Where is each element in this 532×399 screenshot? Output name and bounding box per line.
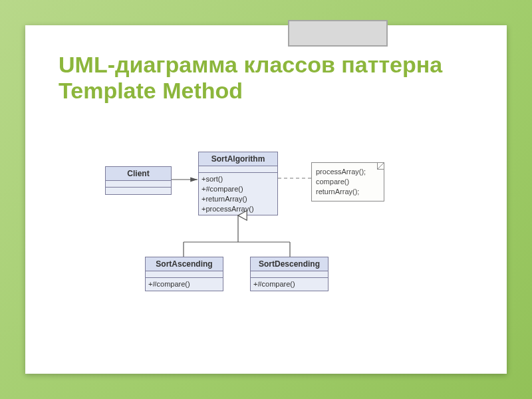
class-client-name: Client [106, 167, 171, 181]
class-client: Client [105, 166, 172, 195]
class-sort-algorithm-name: SortAlgorithm [199, 152, 277, 166]
op: +sort() [201, 174, 275, 184]
op: +processArray() [201, 204, 275, 214]
op: +#compare() [148, 279, 220, 289]
class-client-attrs [106, 181, 171, 188]
class-client-ops [106, 188, 171, 194]
class-sort-algorithm: SortAlgorithm +sort() +#compare() +retur… [198, 152, 278, 215]
class-sort-ascending-name: SortAscending [146, 257, 223, 271]
class-sort-descending: SortDescending +#compare() [250, 257, 329, 291]
class-sort-ascending-attrs [146, 271, 223, 278]
note-fold-icon [377, 163, 384, 170]
class-sort-descending-ops: +#compare() [251, 278, 328, 291]
note-line: compare() [316, 177, 378, 187]
note-line: processArray(); [316, 167, 378, 177]
class-sort-algorithm-ops: +sort() +#compare() +returnArray() +proc… [199, 173, 277, 215]
class-sort-ascending-ops: +#compare() [146, 278, 223, 291]
class-sort-descending-attrs [251, 271, 328, 278]
op: +#compare() [253, 279, 325, 289]
class-sort-algorithm-attrs [199, 166, 277, 173]
op: +returnArray() [201, 194, 275, 204]
class-sort-descending-name: SortDescending [251, 257, 328, 271]
class-sort-ascending: SortAscending +#compare() [145, 257, 223, 291]
slide-canvas: UML-диаграмма классов паттерна Template … [25, 25, 507, 374]
slide-title: UML-диаграмма классов паттерна Template … [59, 52, 480, 104]
decor-header-box [288, 20, 388, 47]
note-line: returnArray(); [316, 187, 378, 197]
note: processArray(); compare() returnArray(); [311, 162, 384, 201]
uml-diagram: Client SortAlgorithm +sort() +#compare()… [78, 138, 532, 399]
op: +#compare() [201, 184, 275, 194]
